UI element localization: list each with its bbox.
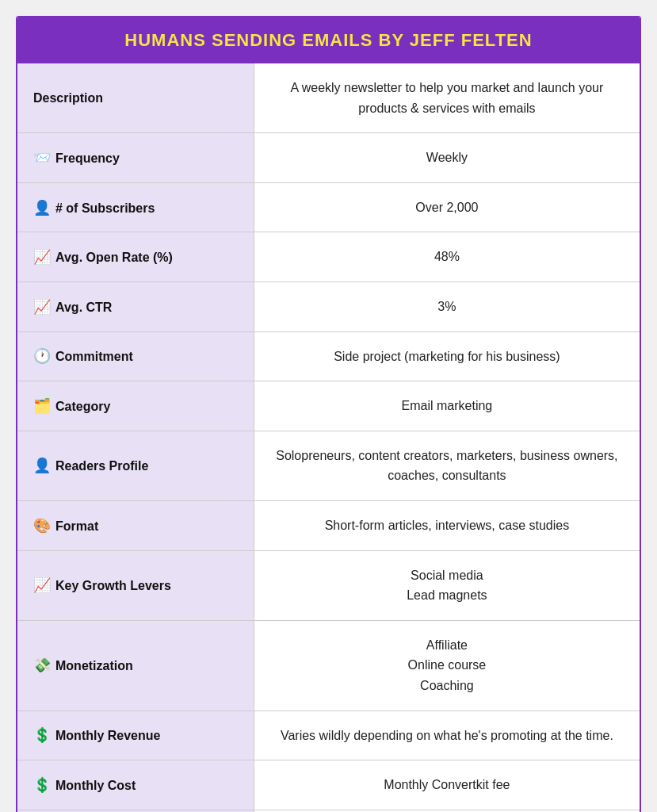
info-table: DescriptionA weekly newsletter to help y…	[17, 63, 640, 812]
monetization-label: Monetization	[55, 659, 133, 672]
ctr-icon: 📈	[33, 299, 51, 315]
monthly-revenue-label: Monthly Revenue	[55, 729, 160, 742]
table-row: DescriptionA weekly newsletter to help y…	[17, 63, 640, 133]
table-row: 🎨FormatShort-form articles, interviews, …	[17, 500, 640, 550]
category-icon: 🗂️	[33, 398, 51, 414]
monthly-cost-label: Monthly Cost	[55, 779, 136, 792]
value-cell-category: Email marketing	[254, 381, 640, 431]
table-row: 👤# of SubscribersOver 2,000	[17, 182, 640, 232]
value-cell-ctr: 3%	[254, 282, 640, 331]
table-row: 📈Avg. Open Rate (%)48%	[17, 232, 640, 282]
value-cell-frequency: Weekly	[254, 133, 640, 183]
card: HUMANS SENDING EMAILS by JEFF FELTEN Des…	[16, 16, 641, 812]
readers-profile-icon: 👤	[33, 458, 51, 473]
label-cell-monthly-cost: 💲Monthly Cost	[17, 760, 254, 810]
value-cell-format: Short-form articles, interviews, case st…	[254, 500, 640, 550]
table-row: 📨FrequencyWeekly	[17, 133, 640, 183]
subscribers-label: # of Subscribers	[55, 201, 155, 215]
value-cell-commitment: Side project (marketing for his business…	[254, 331, 640, 381]
value-cell-readers-profile: Solopreneurs, content creators, marketer…	[254, 431, 640, 500]
open-rate-icon: 📈	[33, 249, 51, 265]
label-cell-subscribers: 👤# of Subscribers	[17, 182, 254, 232]
frequency-icon: 📨	[33, 150, 51, 166]
key-growth-levers-icon: 📈	[33, 577, 51, 593]
label-cell-open-rate: 📈Avg. Open Rate (%)	[17, 232, 254, 282]
label-cell-commitment: 🕐Commitment	[17, 331, 254, 381]
value-cell-key-growth-levers: Social mediaLead magnets	[254, 550, 640, 620]
readers-profile-label: Readers Profile	[55, 459, 148, 473]
table-row: 💲Monthly RevenueVaries wildly depending …	[17, 710, 640, 760]
table-row: 🗂️CategoryEmail marketing	[17, 381, 640, 431]
table-row: 📈Key Growth LeversSocial mediaLead magne…	[17, 550, 640, 620]
ctr-label: Avg. CTR	[55, 301, 112, 314]
key-growth-levers-label: Key Growth Levers	[55, 579, 171, 592]
label-cell-monthly-revenue: 💲Monthly Revenue	[17, 710, 254, 760]
value-cell-monetization: AffiliateOnline courseCoaching	[254, 620, 640, 710]
table-row: 📈Avg. CTR3%	[17, 282, 640, 331]
label-cell-frequency: 📨Frequency	[17, 133, 254, 183]
format-icon: 🎨	[33, 518, 51, 534]
frequency-label: Frequency	[55, 151, 120, 165]
table-row: 💸MonetizationAffiliateOnline courseCoach…	[17, 620, 640, 710]
value-cell-monthly-cost: Monthly Convertkit fee	[254, 760, 640, 810]
label-cell-ctr: 📈Avg. CTR	[17, 282, 254, 331]
commitment-label: Commitment	[55, 350, 133, 363]
value-cell-monthly-revenue: Varies wildly depending on what he's pro…	[254, 710, 640, 760]
subscribers-icon: 👤	[33, 200, 51, 216]
open-rate-label: Avg. Open Rate (%)	[55, 251, 173, 264]
description-label: Description	[33, 91, 103, 105]
label-cell-category: 🗂️Category	[17, 381, 254, 431]
value-cell-description: A weekly newsletter to help you market a…	[254, 63, 640, 133]
label-cell-description: Description	[17, 63, 254, 133]
label-cell-key-growth-levers: 📈Key Growth Levers	[17, 550, 254, 620]
label-cell-format: 🎨Format	[17, 500, 254, 550]
monetization-icon: 💸	[33, 657, 51, 673]
category-label: Category	[55, 400, 110, 413]
table-row: 💲Monthly CostMonthly Convertkit fee	[17, 760, 640, 810]
monthly-revenue-icon: 💲	[33, 727, 51, 743]
card-title: HUMANS SENDING EMAILS by JEFF FELTEN	[33, 30, 624, 51]
label-cell-readers-profile: 👤Readers Profile	[17, 431, 254, 500]
format-label: Format	[55, 519, 98, 533]
table-row: 👤Readers ProfileSolopreneurs, content cr…	[17, 431, 640, 500]
value-cell-open-rate: 48%	[254, 232, 640, 282]
commitment-icon: 🕐	[33, 348, 51, 364]
monthly-cost-icon: 💲	[33, 777, 51, 793]
card-header: HUMANS SENDING EMAILS by JEFF FELTEN	[17, 17, 640, 63]
value-cell-subscribers: Over 2,000	[254, 182, 640, 232]
label-cell-monetization: 💸Monetization	[17, 620, 254, 710]
table-row: 🕐CommitmentSide project (marketing for h…	[17, 331, 640, 381]
